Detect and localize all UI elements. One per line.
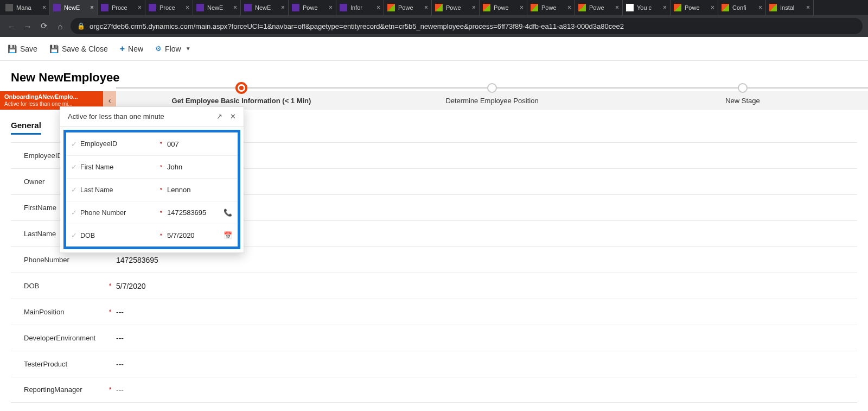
browser-tab[interactable]: Powe×	[480, 0, 527, 15]
browser-tab[interactable]: NewE×	[50, 0, 98, 15]
calendar-icon[interactable]: 📅	[224, 231, 232, 239]
browser-navbar: ← → ⟳ ⌂ 🔒 orgc27fdeb6.crm5.dynamics.com/…	[0, 15, 868, 37]
browser-tab[interactable]: Powe×	[527, 0, 575, 15]
stage-label: Determine Employee Position	[445, 97, 538, 105]
flyout-field-label: Phone Number	[78, 209, 157, 217]
field-value[interactable]: 1472583695	[116, 256, 857, 264]
stage-node-icon	[487, 83, 497, 93]
browser-tab[interactable]: Confi×	[718, 0, 766, 15]
field-label: PhoneNumber	[11, 256, 104, 264]
check-icon: ✓	[69, 186, 78, 194]
stage-node-icon	[738, 83, 748, 93]
favicon	[340, 4, 347, 11]
flyout-field-value[interactable]: John	[165, 163, 234, 171]
close-tab-icon[interactable]: ×	[329, 4, 333, 11]
close-tab-icon[interactable]: ×	[90, 4, 94, 11]
save-label: Save	[20, 45, 37, 53]
close-tab-icon[interactable]: ×	[281, 4, 285, 11]
flyout-field-value[interactable]: 5/7/2020📅	[165, 231, 234, 239]
tab-title: Instal	[780, 4, 804, 11]
browser-tab[interactable]: NewE×	[241, 0, 289, 15]
favicon	[531, 4, 538, 11]
field-value[interactable]: ---	[116, 334, 857, 343]
tab-title: You c	[637, 4, 661, 11]
field-value[interactable]: ---	[116, 360, 857, 369]
flow-button[interactable]: ⚙ Flow ▼	[155, 45, 190, 53]
close-tab-icon[interactable]: ×	[138, 4, 142, 11]
required-icon: *	[104, 282, 116, 290]
reload-icon[interactable]: ⟳	[38, 21, 50, 31]
browser-tab[interactable]: Infor×	[336, 0, 384, 15]
close-tab-icon[interactable]: ×	[186, 4, 189, 11]
flyout-header: Active for less than one minute ↗ ✕	[60, 107, 244, 127]
tab-title: Infor	[350, 4, 374, 11]
browser-tab[interactable]: Powe×	[432, 0, 480, 15]
check-icon: ✓	[69, 140, 78, 148]
flyout-field-value[interactable]: 007	[165, 140, 234, 148]
flyout-field-label: EmployeeID	[78, 140, 157, 148]
flyout-field-value[interactable]: 1472583695📞	[165, 208, 234, 217]
new-button[interactable]: + New	[120, 44, 143, 54]
close-tab-icon[interactable]: ×	[663, 4, 667, 11]
close-tab-icon[interactable]: ×	[758, 4, 762, 11]
close-tab-icon[interactable]: ×	[424, 4, 428, 11]
process-stage[interactable]: Determine Employee Position	[367, 91, 617, 110]
check-icon: ✓	[69, 163, 78, 171]
form-field: DeveloperEnvironment---	[11, 325, 857, 351]
close-tab-icon[interactable]: ×	[615, 4, 619, 11]
browser-tabstrip: Mana×NewE×Proce×Proce×NewE×NewE×Powe×Inf…	[0, 0, 868, 15]
required-icon: *	[157, 187, 165, 193]
forward-icon[interactable]: →	[22, 22, 34, 31]
form-field: DOB*5/7/2020	[11, 273, 857, 299]
chevron-down-icon: ▼	[186, 46, 191, 52]
page-title: New NewEmployee	[11, 71, 857, 85]
close-icon[interactable]: ✕	[230, 112, 236, 121]
flyout-field-value[interactable]: Lennon	[165, 186, 234, 194]
back-icon[interactable]: ←	[5, 22, 17, 31]
url-bar[interactable]: 🔒 orgc27fdeb6.crm5.dynamics.com/main.asp…	[71, 18, 863, 34]
close-tab-icon[interactable]: ×	[233, 4, 237, 11]
flow-label: Flow	[165, 45, 181, 53]
tab-general[interactable]: General	[11, 121, 41, 135]
favicon	[244, 4, 252, 11]
field-value[interactable]: ---	[116, 385, 857, 394]
flyout-status: Active for less than one minute	[68, 112, 164, 121]
browser-tab[interactable]: Powe×	[575, 0, 623, 15]
save-close-button[interactable]: 💾 Save & Close	[49, 45, 108, 53]
browser-tab[interactable]: GYou c×	[623, 0, 671, 15]
close-tab-icon[interactable]: ×	[472, 4, 476, 11]
tab-title: Powe	[446, 4, 470, 11]
close-tab-icon[interactable]: ×	[806, 4, 810, 11]
browser-chrome: Mana×NewE×Proce×Proce×NewE×NewE×Powe×Inf…	[0, 0, 868, 37]
process-stage[interactable]: New Stage	[617, 91, 868, 110]
browser-tab[interactable]: NewE×	[193, 0, 241, 15]
home-icon[interactable]: ⌂	[54, 22, 66, 31]
popout-icon[interactable]: ↗	[216, 112, 222, 121]
favicon	[435, 4, 443, 11]
favicon	[674, 4, 681, 11]
check-icon: ✓	[69, 208, 78, 217]
close-tab-icon[interactable]: ×	[567, 4, 571, 11]
favicon	[149, 4, 156, 11]
flyout-field-label: DOB	[78, 232, 157, 239]
browser-tab[interactable]: Powe×	[384, 0, 432, 15]
favicon: G	[626, 4, 634, 11]
close-tab-icon[interactable]: ×	[711, 4, 714, 11]
browser-tab[interactable]: Powe×	[289, 0, 336, 15]
browser-tab[interactable]: Proce×	[145, 0, 193, 15]
field-value[interactable]: 5/7/2020	[116, 282, 857, 290]
field-value[interactable]: ---	[116, 308, 857, 317]
close-tab-icon[interactable]: ×	[376, 4, 380, 11]
browser-tab[interactable]: Mana×	[2, 0, 50, 15]
browser-tab[interactable]: Instal×	[766, 0, 814, 15]
stage-flyout: Active for less than one minute ↗ ✕ ✓Emp…	[60, 106, 244, 253]
close-tab-icon[interactable]: ×	[520, 4, 524, 11]
stage-node-icon	[235, 82, 247, 94]
save-button[interactable]: 💾 Save	[8, 45, 37, 53]
browser-tab[interactable]: Powe×	[671, 0, 718, 15]
browser-tab[interactable]: Proce×	[98, 0, 145, 15]
field-label: DeveloperEnvironment	[11, 334, 104, 343]
check-icon: ✓	[69, 231, 78, 239]
close-tab-icon[interactable]: ×	[42, 4, 46, 11]
phone-icon[interactable]: 📞	[224, 208, 232, 217]
